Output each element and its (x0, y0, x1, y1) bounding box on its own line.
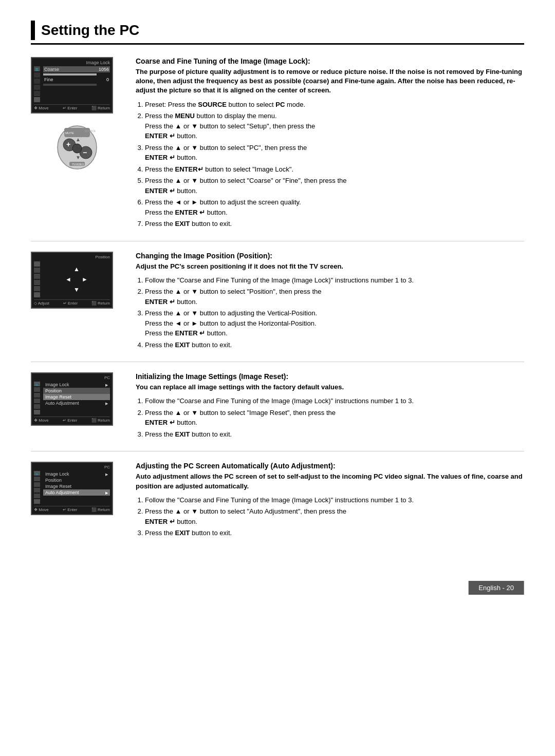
svg-point-8 (72, 144, 82, 153)
screen-row-coarse: Coarse 1056 (43, 66, 110, 72)
step-item: Follow the "Coarse and Fine Tuning of th… (145, 275, 524, 286)
step-item: Press the ▲ or ▼ button to select "Auto … (145, 506, 524, 526)
section-image-lock: Image Lock 📺 Coarse 1056 (31, 57, 524, 241)
heading-image-reset: Initializing the Image Settings (Image R… (136, 372, 524, 381)
screen-col-image-reset: PC 📺 Image Lock Position (31, 372, 123, 441)
step-item: Follow the "Coarse and Fine Tuning of th… (145, 495, 524, 505)
screen-label-auto: PC (34, 465, 110, 469)
menu-item-position: Position (43, 388, 110, 394)
step-item: Press the ◄ or ► button to adjust the sc… (145, 197, 524, 217)
steps-image-reset: Follow the "Coarse and Fine Tuning of th… (136, 396, 524, 439)
steps-position: Follow the "Coarse and Fine Tuning of th… (136, 275, 524, 350)
step-item: Press the EXIT button to exit. (145, 429, 524, 440)
screen-footer-image-lock: ❖ Move ↵ Enter ⬛ Return (34, 104, 110, 110)
step-item: Preset: Press the SOURCE button to selec… (145, 100, 524, 110)
page-title-section: Setting the PC (31, 21, 524, 45)
section-position: Position ▲ ◄ ► ▼ (31, 252, 524, 363)
heading-position: Changing the Image Position (Position): (136, 252, 524, 260)
auto-menu-item-imagelock: Image Lock (43, 471, 110, 477)
step-item: Press the ▲ or ▼ button to adjusting the… (145, 308, 524, 338)
svg-text:TV/VIDEO: TV/VIDEO (72, 163, 84, 166)
step-item: Press the ▲ or ▼ button to select "Image… (145, 408, 524, 428)
content-col-auto-adjustment: Adjusting the PC Screen Automatically (A… (136, 462, 524, 539)
step-item: Press the ▲ or ▼ button to select "PC", … (145, 143, 524, 163)
subheading-position: Adjust the PC's screen positioning if it… (136, 262, 524, 271)
screen-row-fine: Fine 0 (43, 77, 110, 83)
svg-text:▲: ▲ (76, 137, 81, 142)
heading-image-lock: Coarse and Fine Tuning of the Image (Ima… (136, 57, 524, 65)
section-image-reset: PC 📺 Image Lock Position (31, 372, 524, 451)
auto-menu-item-imagereset: Image Reset (43, 483, 110, 489)
remote-illustration: MUTE SOURCE + − ▲ ▼ ◄ ► (31, 122, 123, 171)
menu-item-autoadjust: Auto Adjustment (43, 400, 110, 406)
content-col-image-lock: Coarse and Fine Tuning of the Image (Ima… (136, 57, 524, 231)
screen-footer-auto: ❖ Move ↵ Enter ⬛ Return (34, 506, 110, 512)
screen-footer-position: ◇ Adjust ↵ Enter ⬛ Return (34, 299, 110, 306)
subheading-auto-adjustment: Auto adjustment allows the PC screen of … (136, 472, 524, 490)
step-item: Press the EXIT button to exit. (145, 219, 524, 229)
title-accent (31, 21, 35, 40)
screen-col-image-lock: Image Lock 📺 Coarse 1056 (31, 57, 123, 231)
step-item: Press the EXIT button to exit. (145, 340, 524, 350)
content-col-position: Changing the Image Position (Position): … (136, 252, 524, 352)
menu-item-imagereset: Image Reset (43, 394, 110, 400)
tv-screen-image-lock: Image Lock 📺 Coarse 1056 (31, 57, 113, 114)
section-auto-adjustment: PC 📺 Image Lock Position (31, 462, 524, 550)
tv-screen-position: Position ▲ ◄ ► ▼ (31, 252, 113, 309)
screen-label-image-lock: Image Lock (34, 60, 110, 65)
screen-footer-image-reset: ❖ Move ↵ Enter ⬛ Return (34, 417, 110, 423)
steps-auto-adjustment: Follow the "Coarse and Fine Tuning of th… (136, 495, 524, 538)
step-item: Press the EXIT button to exit. (145, 528, 524, 538)
screen-label-image-reset: PC (34, 375, 110, 380)
content-col-image-reset: Initializing the Image Settings (Image R… (136, 372, 524, 441)
svg-text:◄: ◄ (64, 146, 69, 152)
step-item: Press the MENU button to display the men… (145, 111, 524, 141)
tv-screen-auto-adjustment: PC 📺 Image Lock Position (31, 462, 113, 515)
heading-auto-adjustment: Adjusting the PC Screen Automatically (A… (136, 462, 524, 470)
remote-svg: MUTE SOURCE + − ▲ ▼ ◄ ► (54, 122, 100, 171)
auto-menu-item-autoadjust: Auto Adjustment (43, 489, 110, 496)
menu-item-imagelock: Image Lock (43, 382, 110, 388)
step-item: Follow the "Coarse and Fine Tuning of th… (145, 396, 524, 406)
screen-col-auto-adjustment: PC 📺 Image Lock Position (31, 462, 123, 539)
svg-text:▼: ▼ (76, 155, 81, 160)
page-footer: English - 20 (468, 581, 524, 595)
auto-menu-item-position: Position (43, 477, 110, 483)
step-item: Press the ▲ or ▼ button to select "Coars… (145, 176, 524, 196)
step-item: Press the ENTER↵ button to select "Image… (145, 164, 524, 175)
steps-image-lock: Preset: Press the SOURCE button to selec… (136, 100, 524, 229)
step-item: Press the ▲ or ▼ button to select "Posit… (145, 287, 524, 307)
screen-label-position: Position (34, 255, 110, 259)
svg-text:►: ► (87, 146, 92, 152)
page-footer-container: English - 20 (31, 565, 524, 595)
subheading-image-lock: The purpose of picture quality adjustmen… (136, 67, 524, 96)
tv-screen-image-reset: PC 📺 Image Lock Position (31, 372, 113, 426)
subheading-image-reset: You can replace all image settings with … (136, 383, 524, 392)
screen-col-position: Position ▲ ◄ ► ▼ (31, 252, 123, 352)
svg-text:MUTE: MUTE (65, 131, 74, 135)
page-title: Setting the PC (41, 22, 139, 39)
svg-text:SOURCE: SOURCE (85, 129, 96, 133)
svg-text:−: − (83, 148, 87, 157)
